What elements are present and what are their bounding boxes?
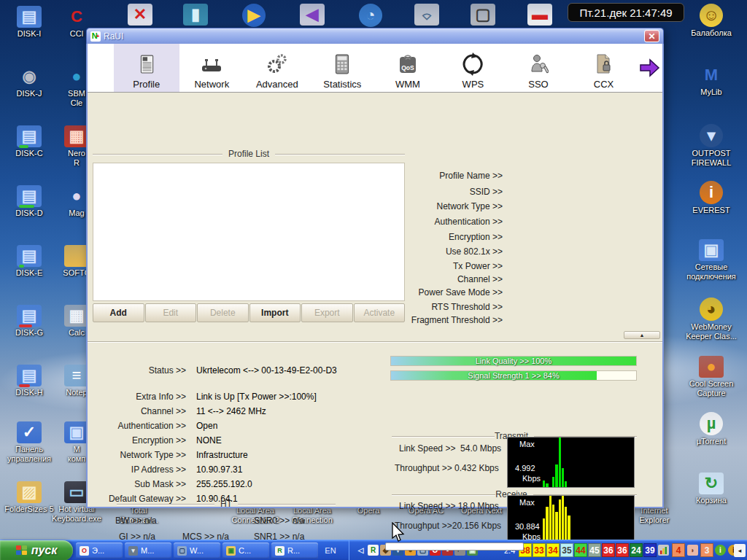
outpost-firewall-shortcut[interactable]: ▾OUTPOST FIREWALL	[684, 124, 739, 167]
disk-c-icon: ▤	[17, 125, 42, 147]
tray-temp-badge[interactable]: 35	[560, 543, 573, 557]
nero-label: Nero R	[68, 149, 85, 167]
chart-tray-icon[interactable]	[658, 545, 669, 556]
raui-titlebar[interactable]: N+ RaUI ✕	[86, 28, 664, 44]
tab-statistics[interactable]: Statistics	[310, 44, 376, 92]
cool-screen-capture-label: Cool Screen Capture	[689, 379, 734, 397]
tab-advanced[interactable]: Advanced	[244, 44, 310, 92]
disk-h-label: DISK-H	[15, 388, 42, 397]
statistics-tab-icon	[333, 50, 351, 79]
activate-button: Activate	[354, 303, 406, 322]
tray-temp-badge[interactable]: 44	[574, 543, 587, 557]
tx-max-label: Max	[519, 440, 535, 448]
everest-shortcut[interactable]: iEVEREST	[684, 181, 739, 215]
next-page-arrow-icon[interactable]	[636, 44, 662, 92]
import-button[interactable]: Import	[249, 303, 301, 322]
media-box-icon: ▬	[527, 4, 552, 26]
field-label: Power Save Mode >>	[419, 287, 503, 298]
tray-temp-badge[interactable]: 36	[602, 543, 615, 557]
tray-temp-badge[interactable]: 24	[630, 543, 643, 557]
field-label: Encryption >>	[449, 232, 503, 242]
cool-screen-capture-shortcut[interactable]: ●Cool Screen Capture	[684, 356, 739, 397]
start-button[interactable]: пуск	[0, 540, 73, 560]
kmplayer-shortcut[interactable]: ◀	[285, 4, 340, 27]
task-button-app[interactable]: ▾М...	[125, 542, 171, 559]
webmoney-keeper-shortcut[interactable]: ◕WebMoney Keeper Clas...	[684, 298, 739, 341]
horn-tray-icon[interactable]: ◗	[687, 545, 698, 556]
tab-network[interactable]: Network	[179, 44, 245, 92]
task-label: М...	[141, 546, 154, 555]
svg-text:QoS: QoS	[401, 64, 414, 71]
tray-temp-badge[interactable]: 36	[616, 543, 629, 557]
status-row: Extra Info >>Link is Up [Tx Power >>:100…	[88, 389, 337, 404]
close-button[interactable]: ✕	[644, 30, 659, 42]
blue-book-icon: ▮	[183, 4, 208, 26]
language-indicator[interactable]: EN	[320, 542, 341, 559]
ht-group: HT	[117, 499, 336, 509]
disk-i-label: DISK-I	[18, 29, 41, 39]
tab-profile[interactable]: Profile	[114, 44, 179, 92]
disk-e-icon: ▤	[17, 245, 42, 267]
volume-icon[interactable]: ◁	[355, 545, 366, 556]
raui-tray-icon[interactable]: R	[368, 545, 379, 556]
cool-screen-capture-icon: ●	[699, 356, 724, 378]
balabolka-shortcut[interactable]: ☺Балаболка	[684, 4, 739, 38]
control-panel-label: Панель управления	[7, 445, 51, 463]
tray-count-badge[interactable]: 4	[672, 543, 685, 557]
tray-temp-badge[interactable]: 34	[546, 543, 560, 557]
network-connections-label: Сетевые подключения	[686, 262, 736, 281]
receive-graph: Max 30.884 Kbps	[507, 495, 635, 546]
installer-box-icon: ✕	[128, 4, 152, 26]
field-label: Channel >>	[457, 274, 503, 284]
network-connections-shortcut[interactable]: ▣Сетевые подключения	[684, 239, 739, 281]
task-button-opera[interactable]: OЭ...	[76, 542, 123, 559]
profile-page: Profile List AddEditDeleteImportExportAc…	[88, 93, 662, 507]
browser-globe-icon: ◔	[359, 4, 382, 27]
info-green-tray-icon[interactable]: i	[715, 545, 726, 556]
tray-count-badge[interactable]: 3	[700, 543, 713, 557]
tab-wps[interactable]: WPS	[441, 44, 506, 92]
satellite-shortcut[interactable]: ⌔	[399, 4, 454, 27]
task-button-monitor[interactable]: ▢W...	[174, 542, 220, 559]
mylib-shortcut[interactable]: MMyLib	[684, 64, 739, 97]
profile-list-box[interactable]	[93, 163, 405, 301]
add-button[interactable]: Add	[93, 303, 144, 322]
collapse-button[interactable]: ▲	[624, 331, 660, 339]
tv-shortcut[interactable]: ▢	[455, 4, 511, 27]
browser-globe-shortcut[interactable]: ◔	[343, 4, 398, 28]
tab-ccx[interactable]: CCX	[571, 44, 637, 92]
tab-wmm[interactable]: QoSWMM	[375, 44, 441, 92]
tab-label: Statistics	[323, 79, 361, 90]
installer-box-shortcut[interactable]: ✕	[112, 4, 168, 27]
tab-sso[interactable]: SSO	[506, 44, 571, 92]
disk-e-label: DISK-E	[16, 268, 43, 278]
tray-temp-badge[interactable]: 33	[533, 543, 546, 557]
tray-temp-badge[interactable]: 45	[588, 543, 601, 557]
ccleaner-label: CCl	[70, 29, 83, 39]
tray-temp-badge[interactable]: 39	[643, 543, 657, 557]
blue-book-shortcut[interactable]: ▮	[168, 4, 223, 27]
nero-icon: ▦	[64, 125, 89, 147]
field-label: Fragment Threshold >>	[411, 315, 503, 325]
satellite-icon: ⌔	[414, 4, 439, 26]
task-label: R...	[287, 546, 300, 555]
utorrent-label: µTorrent	[697, 437, 727, 446]
export-button: Export	[301, 303, 353, 322]
recycle-bin-shortcut[interactable]: ↻Корзина	[684, 472, 739, 505]
window-title: RaUI	[104, 31, 123, 42]
notepad-icon: ≡	[64, 365, 89, 386]
media-player-shortcut[interactable]: ▶	[226, 4, 282, 28]
outpost-firewall-label: OUTPOST FIREWALL	[692, 149, 732, 167]
utorrent-shortcut[interactable]: µµTorrent	[684, 412, 739, 446]
network-tab-icon	[199, 50, 224, 79]
mylib-label: MyLib	[700, 88, 721, 97]
hot-virtual-keyboard-icon: ▭	[64, 481, 89, 503]
task-button-raui[interactable]: RR...	[271, 542, 318, 559]
tray-expander-icon[interactable]: ◂	[734, 544, 746, 557]
edit-button: Edit	[145, 303, 197, 322]
task-button-folder[interactable]: ▣C...	[222, 542, 269, 559]
ht-item: BW >> n/a	[115, 516, 157, 526]
tv-icon: ▢	[471, 4, 495, 26]
media-box-shortcut[interactable]: ▬	[512, 4, 568, 27]
raui-window: N+ RaUI ✕ ProfileNetworkAdvancedStatisti…	[86, 28, 664, 508]
